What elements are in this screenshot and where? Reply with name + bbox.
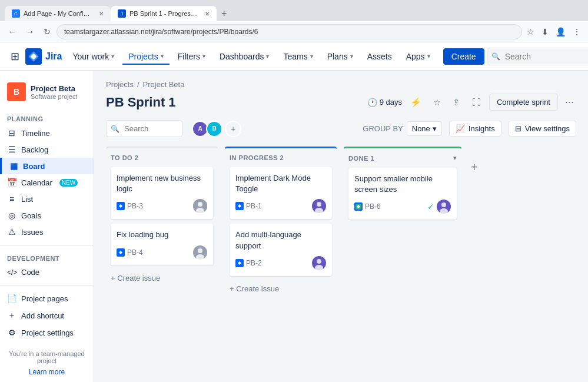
card-pb2[interactable]: Add multi-language support PB-2 [230, 224, 332, 275]
card-pb4-issue-id: PB-4 [127, 248, 143, 257]
download-button[interactable]: ⬇ [539, 25, 551, 39]
card-pb1-avatar [312, 199, 326, 213]
list-icon: ≡ [7, 194, 16, 204]
development-section-label: DEVELOPMENT [0, 250, 94, 264]
svg-point-11 [317, 202, 321, 207]
view-settings-button[interactable]: ⊟ View settings [509, 121, 576, 137]
add-column-area: + [469, 147, 480, 177]
plans-nav[interactable]: Plans ▾ [321, 48, 359, 65]
card-pb1-footer: PB-1 [235, 199, 326, 213]
dashboards-nav[interactable]: Dashboards ▾ [214, 48, 275, 65]
card-pb4-id: PB-4 [117, 248, 143, 257]
grid-button[interactable]: ⊞ [7, 46, 23, 67]
share-button[interactable]: ⇪ [449, 95, 464, 110]
code-icon: </> [7, 268, 16, 277]
star-button[interactable]: ☆ [430, 95, 444, 110]
column-done-header: DONE 1 ▾ [348, 154, 457, 162]
browser-tab-jira[interactable]: J PB Sprint 1 - Progress Board ✕ [111, 6, 217, 21]
add-people-button[interactable]: + [225, 121, 241, 137]
jira-tab-close[interactable]: ✕ [205, 11, 210, 17]
bookmark-button[interactable]: ☆ [524, 25, 537, 39]
sidebar-item-add-shortcut[interactable]: ＋ Add shortcut [0, 307, 94, 324]
project-header: B Project Beta Software project [0, 78, 94, 111]
profile-button[interactable]: 👤 [553, 25, 568, 39]
column-inprogress-title: IN PROGRESS 2 [230, 154, 284, 161]
insights-button[interactable]: 📈 Insights [449, 121, 501, 137]
board-columns: TO DO 2 Implement new business logic PB-… [106, 147, 576, 323]
main-content: Projects / Project Beta PB Sprint 1 🕐 9 … [94, 71, 588, 382]
group-by-select[interactable]: None ▾ [407, 121, 442, 136]
sidebar-item-code[interactable]: </> Code [0, 264, 94, 280]
column-done-title: DONE 1 [348, 155, 374, 162]
card-pb6[interactable]: Support smaller mobile screen sizes PB-6… [348, 168, 457, 220]
sidebar-item-project-pages[interactable]: 📄 Project pages [0, 290, 94, 307]
filters-nav[interactable]: Filters ▾ [172, 48, 211, 65]
project-name: Project Beta [31, 84, 77, 93]
card-pb4[interactable]: Fix loading bug PB-4 [111, 224, 213, 265]
card-pb3[interactable]: Implement new business logic PB-3 [111, 167, 213, 219]
sidebar-item-issues[interactable]: ⚠ Issues [0, 224, 94, 240]
card-pb1-id: PB-1 [235, 202, 262, 210]
board-toolbar-right: GROUP BY None ▾ 📈 Insights ⊟ View settin… [363, 121, 576, 137]
card-pb6-title: Support smaller mobile screen sizes [354, 174, 451, 195]
add-issue-inprogress[interactable]: + Create issue [230, 281, 332, 297]
nav-search-input[interactable] [487, 48, 588, 65]
browser-tabs: C Add Page - My Confluence P... ✕ J PB S… [5, 0, 568, 21]
breadcrumb-sep1: / [137, 80, 139, 89]
card-pb3-id: PB-3 [117, 202, 143, 210]
card-pb4-footer: PB-4 [117, 245, 207, 260]
fullscreen-button[interactable]: ⛶ [469, 95, 484, 109]
project-icon: B [7, 82, 26, 101]
breadcrumb-projects[interactable]: Projects [106, 80, 134, 89]
card-pb1[interactable]: Implement Dark Mode Toggle PB-1 [230, 167, 332, 219]
card-pb2-avatar [312, 256, 326, 270]
avatar-group: A B + [187, 121, 241, 137]
address-bar[interactable] [57, 24, 522, 39]
sidebar-item-list[interactable]: ≡ List [0, 191, 94, 207]
your-work-nav[interactable]: Your work ▾ [67, 48, 120, 65]
breadcrumb-project[interactable]: Project Beta [143, 80, 185, 89]
sidebar-item-calendar[interactable]: 📅 Calendar NEW [0, 174, 94, 191]
card-pb4-avatar [193, 245, 207, 260]
view-settings-label: View settings [525, 124, 570, 133]
browser-tab-confluence[interactable]: C Add Page - My Confluence P... ✕ [5, 6, 111, 21]
menu-button[interactable]: ⋮ [570, 25, 583, 39]
add-column-button[interactable]: + [469, 158, 480, 177]
sidebar-item-project-settings[interactable]: ⚙ Project settings [0, 324, 94, 341]
card-pb4-title: Fix loading bug [117, 230, 207, 240]
create-button[interactable]: Create [443, 48, 484, 65]
apps-nav[interactable]: Apps ▾ [400, 48, 436, 65]
apps-chevron: ▾ [427, 53, 430, 59]
confluence-tab-close[interactable]: ✕ [99, 11, 104, 17]
back-button[interactable]: ← [5, 25, 20, 39]
confluence-tab-icon: C [12, 9, 20, 18]
add-shortcut-icon: ＋ [7, 310, 16, 321]
timeline-icon: ⊟ [7, 128, 16, 138]
avatar-2[interactable]: B [206, 121, 222, 137]
refresh-button[interactable]: ↻ [40, 25, 54, 39]
sprint-more-button[interactable]: ··· [563, 94, 576, 111]
projects-nav[interactable]: Projects ▾ [122, 48, 170, 65]
new-tab-button[interactable]: + [217, 6, 231, 21]
sidebar-divider-1 [0, 245, 94, 245]
teams-nav[interactable]: Teams ▾ [277, 48, 318, 65]
sidebar-item-goals[interactable]: ◎ Goals [0, 207, 94, 224]
browser-chrome: C Add Page - My Confluence P... ✕ J PB S… [0, 0, 588, 21]
issues-icon: ⚠ [7, 227, 16, 237]
card-pb4-type-icon [117, 248, 125, 257]
sidebar: B Project Beta Software project PLANNING… [0, 71, 94, 382]
sidebar-item-timeline[interactable]: ⊟ Timeline [0, 125, 94, 141]
footer-text: You're in a team-managed project [0, 341, 94, 367]
forward-button[interactable]: → [22, 25, 38, 39]
learn-more-link[interactable]: Learn more [29, 368, 65, 376]
sidebar-item-board[interactable]: ▦ Board [0, 158, 94, 174]
browser-nav: ← → ↻ ☆ ⬇ 👤 ⋮ [0, 21, 588, 42]
add-issue-todo[interactable]: + Create issue [111, 270, 213, 286]
sidebar-item-backlog[interactable]: ☰ Backlog [0, 141, 94, 158]
lightning-button[interactable]: ⚡ [407, 95, 425, 110]
assets-nav[interactable]: Assets [361, 48, 398, 65]
projects-chevron: ▾ [161, 53, 164, 59]
complete-sprint-button[interactable]: Complete sprint [489, 94, 558, 111]
column-done-chevron[interactable]: ▾ [453, 154, 457, 162]
card-pb3-avatar [193, 199, 207, 213]
